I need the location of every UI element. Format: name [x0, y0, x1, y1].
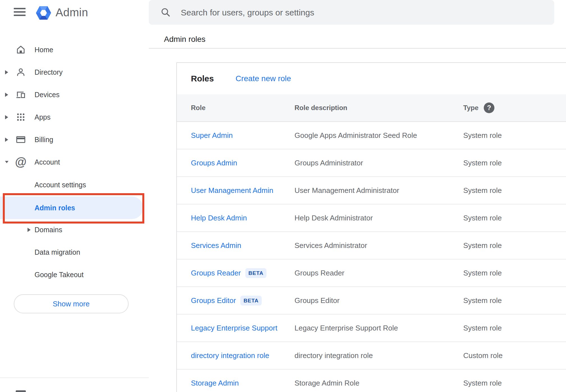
role-link[interactable]: Storage Admin — [191, 379, 239, 388]
table-row: Services Admin Services Administrator Sy… — [177, 232, 566, 259]
role-type: System role — [463, 314, 502, 341]
role-type: System role — [463, 232, 502, 259]
chevron-right-icon — [27, 227, 31, 232]
sidebar-item-label: Billing — [35, 136, 53, 144]
role-link[interactable]: Help Desk Admin — [191, 214, 247, 222]
sidebar: Admin Home Directory Devices — [0, 0, 149, 392]
menu-icon[interactable] — [14, 8, 26, 16]
app-title: Admin — [56, 6, 88, 19]
sidebar-item-label: Account settings — [35, 181, 86, 189]
role-description: User Management Administrator — [295, 177, 399, 204]
role-type: System role — [463, 149, 502, 176]
roles-table-body: Super Admin Google Apps Administrator Se… — [177, 122, 566, 392]
table-row: Groups Admin Groups Administrator System… — [177, 149, 566, 177]
sidebar-item-label: Account — [35, 158, 60, 166]
sidebar-item-domains[interactable]: Domains — [0, 218, 149, 241]
search-bar — [149, 0, 554, 25]
sidebar-item-label: Directory — [35, 68, 63, 76]
roles-card-titlebar: Roles Create new role — [177, 63, 566, 94]
sidebar-item-label: Google Takeout — [35, 271, 84, 279]
sidebar-item-label: Devices — [35, 91, 60, 99]
partial-bottom-icon — [16, 390, 26, 392]
at-sign-icon: @ — [15, 157, 26, 167]
role-cell: Help Desk Admin — [191, 204, 247, 231]
role-link[interactable]: User Management Admin — [191, 186, 273, 195]
search-icon — [161, 7, 171, 17]
role-description: Groups Reader — [295, 259, 344, 286]
beta-badge: BETA — [245, 268, 267, 278]
show-more-button[interactable]: Show more — [14, 294, 129, 313]
roles-card: Roles Create new role Role Role descript… — [176, 62, 566, 392]
create-new-role-link[interactable]: Create new role — [236, 63, 291, 94]
sidebar-item-directory[interactable]: Directory — [0, 61, 149, 83]
sidebar-item-home[interactable]: Home — [0, 38, 149, 61]
home-icon — [15, 44, 26, 55]
table-row: Help Desk Admin Help Desk Administrator … — [177, 204, 566, 232]
column-header-role-description: Role description — [295, 94, 347, 121]
sidebar-item-label: Domains — [35, 226, 62, 234]
person-icon — [15, 67, 26, 78]
role-link[interactable]: Super Admin — [191, 131, 233, 140]
role-link[interactable]: Groups Admin — [191, 159, 237, 167]
role-cell: Groups Editor BETA — [191, 287, 262, 314]
role-type: System role — [463, 259, 502, 286]
sidebar-item-account-settings[interactable]: Account settings — [0, 174, 149, 196]
role-type: System role — [463, 204, 502, 231]
sidebar-item-google-takeout[interactable]: Google Takeout — [0, 263, 149, 286]
role-cell: Storage Admin — [191, 370, 239, 392]
role-link[interactable]: Groups Editor — [191, 296, 236, 305]
role-cell: Super Admin — [191, 122, 233, 149]
table-row: directory integration role directory int… — [177, 342, 566, 370]
role-description: Legacy Enterprise Support Role — [295, 314, 398, 341]
sidebar-item-admin-roles[interactable]: Admin roles — [0, 197, 143, 219]
credit-card-icon — [15, 134, 26, 145]
table-row: Legacy Enterprise Support Legacy Enterpr… — [177, 314, 566, 342]
role-description: Help Desk Administrator — [295, 204, 373, 231]
sidebar-item-data-migration[interactable]: Data migration — [0, 241, 149, 263]
table-row: Groups Reader BETA Groups Reader System … — [177, 259, 566, 287]
role-type: System role — [463, 122, 502, 149]
breadcrumb: Admin roles — [164, 35, 206, 44]
role-cell: Groups Admin — [191, 149, 237, 176]
role-link[interactable]: Legacy Enterprise Support — [191, 324, 277, 332]
role-link[interactable]: directory integration role — [191, 351, 269, 360]
sidebar-item-label: Data migration — [35, 248, 80, 256]
beta-badge: BETA — [240, 296, 262, 306]
role-cell: Legacy Enterprise Support — [191, 314, 277, 341]
role-description: Groups Administrator — [295, 149, 363, 176]
role-link[interactable]: Services Admin — [191, 241, 241, 250]
chevron-down-icon — [5, 160, 9, 165]
role-type: System role — [463, 287, 502, 314]
header-divider — [149, 48, 566, 49]
apps-grid-icon — [15, 112, 26, 122]
devices-icon — [15, 89, 26, 100]
sidebar-divider — [0, 377, 149, 378]
role-description: Storage Admin Role — [295, 370, 359, 392]
role-cell: directory integration role — [191, 342, 269, 369]
role-description: Services Administrator — [295, 232, 367, 259]
column-header-role: Role — [191, 94, 206, 121]
role-cell: Groups Reader BETA — [191, 259, 266, 286]
admin-logo-icon — [36, 5, 51, 21]
role-description: directory integration role — [295, 342, 373, 369]
table-row: User Management Admin User Management Ad… — [177, 177, 566, 204]
sidebar-item-label: Admin roles — [35, 204, 75, 212]
roles-title: Roles — [191, 63, 214, 94]
sidebar-item-billing[interactable]: Billing — [0, 128, 149, 151]
sidebar-item-apps[interactable]: Apps — [0, 106, 149, 128]
role-cell: User Management Admin — [191, 177, 273, 204]
chevron-right-icon — [5, 137, 9, 142]
role-cell: Services Admin — [191, 232, 241, 259]
sidebar-item-devices[interactable]: Devices — [0, 83, 149, 106]
role-description: Google Apps Administrator Seed Role — [295, 122, 417, 149]
role-description: Groups Editor — [295, 287, 339, 314]
role-link[interactable]: Groups Reader — [191, 269, 241, 277]
sidebar-item-label: Apps — [35, 113, 51, 121]
table-row: Super Admin Google Apps Administrator Se… — [177, 122, 566, 149]
table-row: Groups Editor BETA Groups Editor System … — [177, 287, 566, 314]
role-type: Custom role — [463, 342, 503, 369]
help-icon[interactable]: ? — [484, 102, 494, 113]
role-type: System role — [463, 177, 502, 204]
sidebar-item-account[interactable]: @ Account — [0, 151, 149, 173]
search-input[interactable] — [180, 0, 541, 25]
